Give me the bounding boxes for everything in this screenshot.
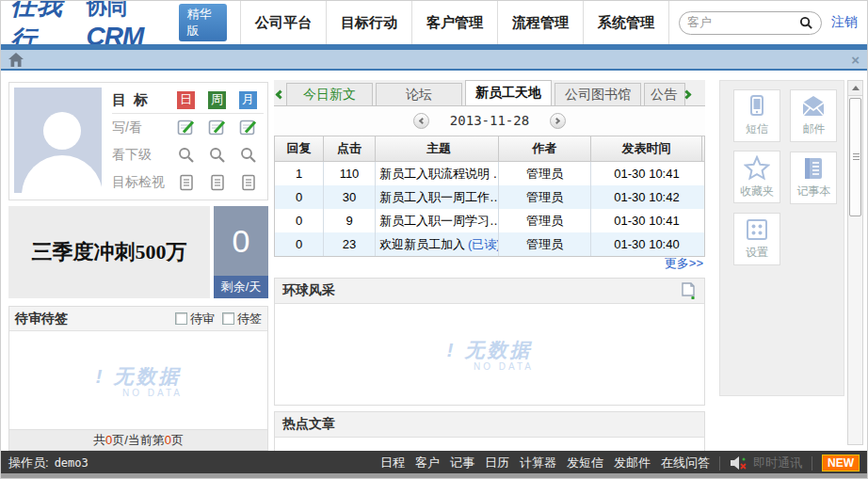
goal-slogan: 三季度冲刺500万	[8, 206, 210, 298]
no-data-text: ! 无数据	[94, 363, 183, 390]
notepad-tile[interactable]: 记事本	[790, 152, 837, 204]
hot-articles-section: 热点文章	[274, 411, 705, 451]
edit-note-icon[interactable]	[233, 119, 264, 136]
subject-text: 新员工入职一周学习…	[379, 213, 499, 230]
close-tab-icon[interactable]: ×	[851, 53, 860, 67]
avatar	[14, 88, 102, 193]
instant-messaging-label[interactable]: 即时通讯	[753, 455, 802, 471]
pager-text: 共	[93, 432, 105, 449]
tab-forum[interactable]: 论坛	[376, 83, 462, 105]
table-row[interactable]: 0 9 新员工入职一周学习… 管理员 01-30 10:41	[275, 209, 704, 232]
pending-review-checkbox[interactable]: 待审	[175, 311, 215, 327]
product-prefix: 协同	[87, 0, 128, 19]
search-input[interactable]	[687, 16, 799, 30]
link-calculator[interactable]: 计算器	[520, 455, 556, 471]
more-link[interactable]: 更多>>	[665, 255, 705, 272]
logout-link[interactable]: 注销	[831, 14, 858, 31]
no-data-watermark: ! 无数据 NO DATA	[94, 363, 183, 398]
subject-link[interactable]: 新员工入职一周学习…	[376, 209, 499, 232]
pending-header: 待审待签 待审 待签	[9, 307, 267, 331]
read-tag: (已读)	[468, 236, 499, 253]
tab-announcement[interactable]: 公告	[644, 83, 685, 105]
date-navigator: 2013-11-28	[274, 106, 705, 135]
nav-process-management[interactable]: 流程管理	[497, 1, 583, 44]
subject-text: 欢迎新员工加入	[379, 236, 465, 253]
col-subject: 主题	[376, 136, 499, 161]
new-badge[interactable]: NEW	[822, 455, 860, 471]
search-box[interactable]	[679, 11, 822, 35]
nav-goal-action[interactable]: 目标行动	[326, 1, 411, 44]
link-online-qa[interactable]: 在线问答	[661, 455, 710, 471]
month-badge[interactable]: 月	[239, 91, 257, 109]
pending-card: 待审待签 待审 待签 ! 无数据 NO DATA 共0页/当前第0页	[8, 306, 268, 451]
search-subordinate-icon[interactable]	[233, 147, 264, 164]
publish-time: 01-30 10:41	[591, 162, 702, 185]
goal-review-icon[interactable]	[201, 174, 233, 191]
prev-day-button[interactable]	[413, 113, 429, 129]
goal-review-icon[interactable]	[170, 174, 201, 191]
link-schedule[interactable]: 日程	[380, 455, 405, 471]
subject-link[interactable]: 新员工入职流程说明 …	[376, 162, 499, 185]
search-subordinate-icon[interactable]	[170, 147, 201, 164]
nav-system-management[interactable]: 系统管理	[583, 1, 669, 44]
pending-sign-checkbox[interactable]: 待签	[222, 311, 262, 327]
goal-review-icon[interactable]	[233, 174, 264, 191]
tabs-scroll-left-icon[interactable]	[274, 85, 286, 102]
section-title: 环球风采	[282, 282, 335, 299]
goal-title-row: 目 标 日 周 月	[112, 87, 264, 114]
link-calendar[interactable]: 日历	[485, 455, 509, 471]
scrollbar-thumb[interactable]	[849, 98, 861, 216]
publish-time: 01-30 10:41	[591, 209, 702, 232]
add-article-icon[interactable]	[681, 282, 697, 299]
bottom-strip	[1, 473, 867, 478]
tile-label: 设置	[746, 245, 768, 261]
nav-customer-management[interactable]: 客户管理	[411, 1, 497, 44]
home-icon[interactable]	[8, 53, 24, 67]
nav-company-platform[interactable]: 公司平台	[240, 1, 326, 44]
author: 管理员	[499, 185, 591, 209]
pending-sign-label: 待签	[237, 311, 262, 327]
edit-note-icon[interactable]	[170, 119, 201, 136]
pager-text: 页	[171, 432, 184, 449]
tabs-scroll-right-icon[interactable]	[681, 85, 693, 102]
checkbox-icon[interactable]	[222, 312, 234, 325]
week-badge[interactable]: 周	[208, 91, 226, 109]
search-icon[interactable]	[799, 16, 813, 30]
link-send-sms[interactable]: 发短信	[567, 455, 603, 471]
table-row[interactable]: 0 30 新员工入职一周工作… 管理员 01-30 10:42	[275, 185, 704, 209]
scroll-up-icon[interactable]	[848, 81, 862, 96]
sms-tile[interactable]: 短信	[733, 89, 780, 142]
author: 管理员	[499, 162, 591, 185]
home-toolbar: ×	[1, 50, 867, 71]
edit-note-icon[interactable]	[201, 119, 233, 136]
link-notes[interactable]: 记事	[450, 455, 474, 471]
col-time: 发表时间	[591, 136, 702, 161]
link-send-mail[interactable]: 发邮件	[614, 455, 651, 471]
countdown-label: 剩余/天	[214, 276, 268, 298]
day-badge[interactable]: 日	[177, 91, 195, 109]
checkbox-icon[interactable]	[175, 312, 187, 325]
muted-speaker-icon[interactable]	[730, 455, 748, 471]
subject-text: 新员工入职流程说明 …	[379, 166, 499, 183]
forum-tabstrip: 今日新文 论坛 新员工天地 公司图书馆 公告	[274, 80, 705, 106]
click-count: 9	[324, 209, 376, 232]
goal-subordinate-row: 看下级	[112, 141, 264, 168]
vertical-scrollbar[interactable]	[847, 80, 863, 445]
tab-company-library[interactable]: 公司图书馆	[555, 83, 641, 105]
link-customer[interactable]: 客户	[415, 455, 440, 471]
tab-today-new[interactable]: 今日新文	[286, 83, 373, 105]
favorites-tile[interactable]: 收藏夹	[733, 151, 780, 203]
goal-review-row: 目标检视	[112, 168, 264, 196]
forum-table: 回复 点击 主题 作者 发表时间 1 110 新员工入职流程说明 … 管理员 0…	[274, 136, 705, 257]
settings-icon	[745, 217, 769, 242]
next-day-button[interactable]	[550, 113, 566, 129]
click-count: 110	[324, 162, 376, 185]
author: 管理员	[499, 209, 591, 232]
mail-tile[interactable]: 邮件	[790, 89, 837, 142]
section-body: ! 无数据 NO DATA	[275, 304, 704, 404]
settings-tile[interactable]: 设置	[733, 213, 780, 265]
subject-link[interactable]: 新员工入职一周工作…	[376, 185, 499, 209]
tab-new-employee[interactable]: 新员工天地	[465, 80, 552, 105]
search-subordinate-icon[interactable]	[201, 147, 233, 164]
table-row[interactable]: 1 110 新员工入职流程说明 … 管理员 01-30 10:41	[275, 162, 704, 185]
